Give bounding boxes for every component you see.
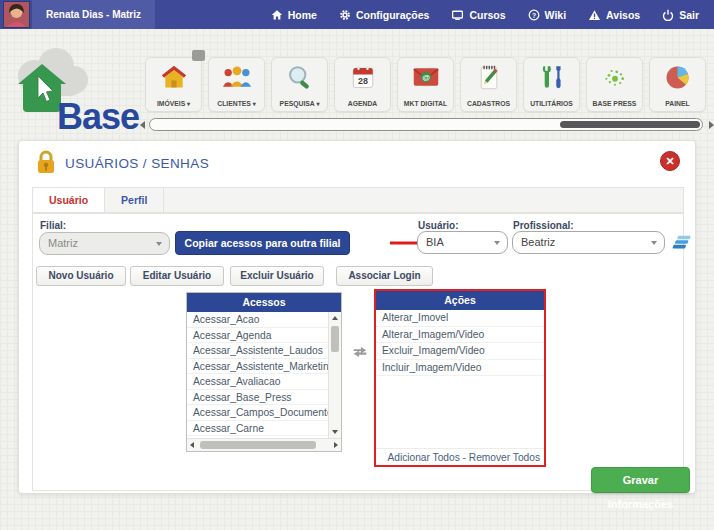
profissional-select[interactable]: Beatriz [512, 231, 665, 254]
editar-usuario-button[interactable]: Editar Usuário [130, 266, 224, 286]
toolbar-base-press[interactable]: BASE PRESS [586, 57, 643, 112]
menu-sair-label: Sair [679, 9, 699, 21]
menu-configuracoes-label: Configurações [356, 9, 430, 21]
toolbar-utilitarios[interactable]: UTILITÁRIOS [523, 57, 580, 112]
house-icon [160, 64, 188, 90]
usuarios-senhas-dialog: USUÁRIOS / SENHAS ✕ Usuário Perfil Filia… [18, 140, 696, 494]
chevron-down-icon: ▾ [187, 101, 190, 107]
acoes-list: Alterar_Imovel Alterar_Imagem/Video Excl… [376, 310, 544, 449]
usuario-label: Usuário: [418, 220, 459, 231]
toolbar-pesquisa-label: PESQUISA [280, 100, 315, 107]
toolbar-pesquisa[interactable]: PESQUISA ▾ [271, 57, 328, 112]
brand-name: Base [57, 96, 139, 138]
toolbar-base-press-label: BASE PRESS [593, 100, 637, 107]
list-item[interactable]: Alterar_Imagem/Video [376, 327, 544, 344]
copy-access-button[interactable]: Copiar acessos para outra filial [175, 231, 350, 255]
close-icon[interactable]: ✕ [660, 151, 680, 171]
toolbar-agenda[interactable]: 28 AGENDA [334, 57, 391, 112]
scroll-down-arrow-icon[interactable] [332, 430, 338, 434]
list-item[interactable]: Acessar_Assistente_Marketing [187, 359, 328, 375]
scroll-left-arrow-icon[interactable] [140, 121, 145, 129]
profissional-value: Beatriz [521, 236, 555, 248]
menu-home-label: Home [288, 9, 317, 21]
menu-avisos[interactable]: Avisos [577, 0, 651, 29]
excluir-usuario-button[interactable]: Excluir Usuário [230, 266, 324, 286]
toolbar-scrollbar-thumb[interactable] [560, 121, 700, 128]
menu-cursos-label: Cursos [469, 9, 505, 21]
app-root: Renata Dias - Matriz Home Configurações … [0, 0, 714, 530]
list-item[interactable]: Acessar_Assistente_Laudos [187, 343, 328, 359]
menu-configuracoes[interactable]: Configurações [328, 0, 441, 29]
monitor-icon [451, 9, 464, 21]
gravar-informacoes-button[interactable]: Gravar Informações [591, 467, 690, 493]
list-item[interactable]: Acessar_Acao [187, 312, 328, 328]
list-item[interactable]: Acessar_Carne [187, 421, 328, 437]
adicionar-todos-link[interactable]: Adicionar Todos [387, 452, 459, 463]
list-item[interactable]: Incluir_Imagem/Video [376, 360, 544, 377]
chevron-down-icon: ▾ [316, 101, 319, 107]
menu-sair[interactable]: Sair [651, 0, 710, 29]
list-item[interactable]: Acessar_Avaliacao [187, 374, 328, 390]
list-item[interactable]: Excluir_Imagem/Video [376, 343, 544, 360]
toolbar-imoveis[interactable]: IMÓVEIS ▾ [145, 57, 202, 112]
scroll-right-arrow-icon[interactable] [709, 121, 714, 129]
tab-content: Filial: Matriz Copiar acessos para outra… [32, 213, 684, 491]
layers-icon[interactable] [670, 234, 692, 255]
menu-wiki[interactable]: ? Wiki [517, 0, 578, 29]
acessos-horizontal-scrollbar[interactable] [187, 438, 341, 451]
footer-separator: - [460, 452, 469, 463]
acessos-header: Acessos [187, 293, 341, 312]
list-item[interactable]: Acessar_Agenda [187, 328, 328, 344]
acessos-hscroll-thumb[interactable] [200, 441, 316, 449]
filial-select[interactable]: Matriz [39, 232, 170, 255]
user-avatar [3, 1, 30, 28]
filial-label: Filial: [40, 220, 66, 231]
toolbar-utilitarios-label: UTILITÁRIOS [530, 100, 573, 107]
scroll-right-arrow-icon[interactable] [334, 442, 338, 448]
acessos-listbox: Acessos Acessar_Acao Acessar_Agenda Aces… [186, 292, 342, 452]
toolbar-agenda-label: AGENDA [348, 100, 377, 107]
question-icon: ? [528, 9, 540, 21]
notepad-icon [476, 64, 502, 91]
list-item[interactable]: Alterar_Imovel [376, 310, 544, 327]
scroll-up-arrow-icon[interactable] [332, 316, 338, 320]
chevron-down-icon [494, 241, 500, 245]
svg-text:?: ? [532, 11, 536, 18]
tab-perfil[interactable]: Perfil [105, 188, 164, 212]
scroll-left-arrow-icon[interactable] [190, 442, 194, 448]
user-chip[interactable]: Renata Dias - Matriz [32, 0, 155, 29]
warning-icon [588, 9, 601, 21]
acessos-vscroll-thumb[interactable] [331, 326, 339, 352]
toolbar-painel[interactable]: PAINEL [649, 57, 706, 112]
toolbar-mkt-digital[interactable]: @ MKT DIGITAL [397, 57, 454, 112]
home-icon [271, 9, 283, 21]
menu-home[interactable]: Home [260, 0, 328, 29]
email-icon: @ [412, 65, 440, 89]
topbar: Renata Dias - Matriz Home Configurações … [0, 0, 714, 29]
power-icon [662, 9, 674, 21]
top-menu: Home Configurações Cursos ? Wiki Avisos … [260, 0, 710, 29]
tab-bar: Usuário Perfil [32, 187, 684, 213]
acoes-footer: Adicionar Todos - Remover Todos [376, 452, 540, 463]
toolbar-imoveis-label: IMÓVEIS [157, 100, 185, 107]
novo-usuario-button[interactable]: Novo Usuário [36, 266, 126, 286]
toolbar-scrollbar-track[interactable] [149, 118, 703, 131]
filial-value: Matriz [48, 237, 78, 249]
chevron-down-icon: ▾ [253, 101, 256, 107]
associar-login-button[interactable]: Associar Login [336, 266, 433, 286]
list-item[interactable]: Acessar_Base_Press [187, 390, 328, 406]
tab-usuario[interactable]: Usuário [33, 188, 105, 212]
main-toolbar: IMÓVEIS ▾ CLIENTES ▾ PESQUISA ▾ 28 AGEND… [145, 57, 706, 112]
acoes-listbox-highlighted: Ações Alterar_Imovel Alterar_Imagem/Vide… [374, 289, 546, 467]
list-item[interactable]: Acessar_Campos_Documentos [187, 405, 328, 421]
usuario-select[interactable]: BIA [417, 231, 508, 254]
menu-cursos[interactable]: Cursos [440, 0, 516, 29]
toolbar-painel-label: PAINEL [665, 100, 689, 107]
toolbar-mkt-digital-label: MKT DIGITAL [404, 100, 447, 107]
toolbar-cadastros[interactable]: CADASTROS [460, 57, 517, 112]
toolbar-clientes[interactable]: CLIENTES ▾ [208, 57, 265, 112]
acessos-vertical-scrollbar[interactable] [328, 312, 341, 438]
remover-todos-link[interactable]: Remover Todos [469, 452, 540, 463]
brand-logo: Base CASA [6, 46, 156, 116]
lock-icon [34, 149, 58, 179]
